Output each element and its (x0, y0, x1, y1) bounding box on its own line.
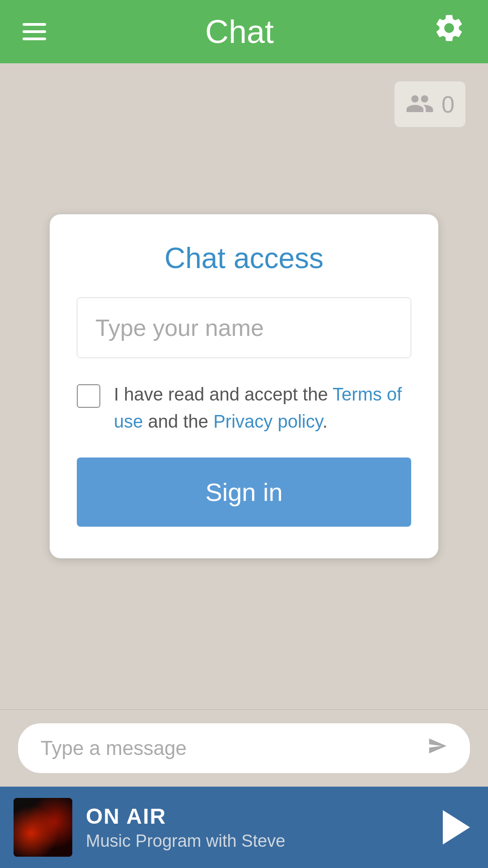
privacy-policy-link[interactable]: Privacy policy (213, 411, 323, 431)
main-content: 0 Chat access I have read and accept the… (0, 63, 488, 709)
message-input-container: Type a message (18, 723, 470, 773)
play-icon (443, 810, 470, 844)
terms-row: I have read and accept the Terms of use … (77, 381, 411, 435)
app-header: Chat (0, 0, 488, 63)
message-input-placeholder: Type a message (41, 737, 187, 760)
on-air-bar: ON AIR Music Program with Steve (0, 787, 488, 868)
page-title: Chat (205, 13, 274, 50)
modal-overlay: Chat access I have read and accept the T… (0, 63, 488, 709)
modal-title: Chat access (77, 241, 411, 275)
thumbnail-image (14, 798, 72, 857)
on-air-info: ON AIR Music Program with Steve (86, 804, 434, 851)
message-bar: Type a message (0, 709, 488, 787)
terms-text: I have read and accept the Terms of use … (114, 381, 411, 435)
play-button[interactable] (434, 807, 474, 848)
name-input[interactable] (77, 297, 411, 358)
chat-access-modal: Chat access I have read and accept the T… (50, 214, 438, 558)
send-icon (427, 736, 447, 760)
on-air-thumbnail (14, 798, 72, 857)
on-air-label: ON AIR (86, 804, 434, 829)
settings-button[interactable] (433, 12, 465, 52)
on-air-program: Music Program with Steve (86, 831, 434, 851)
menu-button[interactable] (23, 23, 46, 40)
sign-in-button[interactable]: Sign in (77, 458, 411, 527)
terms-checkbox[interactable] (77, 384, 100, 408)
